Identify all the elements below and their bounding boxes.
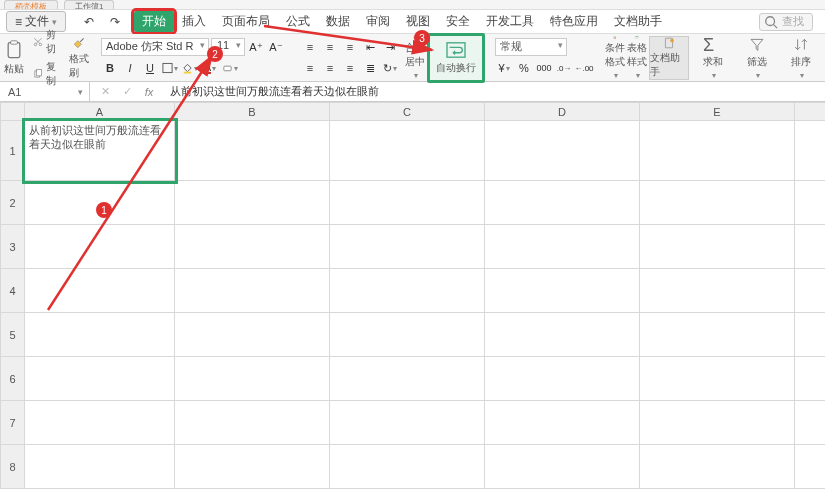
row-header[interactable]: 8 bbox=[1, 445, 25, 489]
col-header[interactable]: F bbox=[795, 103, 826, 121]
cell[interactable] bbox=[330, 357, 485, 401]
decrease-decimal-button[interactable]: .0→ bbox=[555, 59, 573, 77]
indent-decrease-button[interactable]: ⇤ bbox=[361, 38, 379, 56]
confirm-edit-button[interactable]: ✓ bbox=[118, 83, 136, 101]
undo-button[interactable]: ↶ bbox=[76, 13, 102, 31]
italic-button[interactable]: I bbox=[121, 59, 139, 77]
row-header[interactable]: 3 bbox=[1, 225, 25, 269]
indent-increase-button[interactable]: ⇥ bbox=[381, 38, 399, 56]
increase-decimal-button[interactable]: ←.00 bbox=[575, 59, 593, 77]
cell[interactable] bbox=[795, 121, 826, 181]
cell[interactable] bbox=[795, 181, 826, 225]
sum-button[interactable]: Σ 求和 bbox=[693, 36, 733, 80]
fill-color-button[interactable] bbox=[181, 59, 199, 77]
col-header[interactable]: E bbox=[640, 103, 795, 121]
row-header[interactable]: 7 bbox=[1, 401, 25, 445]
cell[interactable] bbox=[175, 357, 330, 401]
paste-button[interactable]: 粘贴 bbox=[4, 36, 24, 80]
cell[interactable] bbox=[795, 313, 826, 357]
cell[interactable] bbox=[795, 401, 826, 445]
number-format-select[interactable]: 常规 bbox=[495, 38, 567, 56]
cell[interactable] bbox=[175, 313, 330, 357]
cell[interactable] bbox=[175, 269, 330, 313]
doc-helper-button[interactable]: 文档助手 bbox=[649, 36, 689, 80]
cell[interactable] bbox=[485, 401, 640, 445]
percent-button[interactable]: % bbox=[515, 59, 533, 77]
cell[interactable] bbox=[795, 269, 826, 313]
cell[interactable] bbox=[175, 401, 330, 445]
menu-home[interactable]: 开始 bbox=[134, 11, 174, 32]
cell[interactable] bbox=[330, 181, 485, 225]
table-styles-button[interactable]: 表格样式 bbox=[627, 36, 647, 80]
menu-insert[interactable]: 插入 bbox=[174, 11, 214, 32]
menu-formulas[interactable]: 公式 bbox=[278, 11, 318, 32]
align-top-button[interactable]: ≡ bbox=[301, 38, 319, 56]
cell[interactable] bbox=[330, 313, 485, 357]
row-header[interactable]: 4 bbox=[1, 269, 25, 313]
bold-button[interactable]: B bbox=[101, 59, 119, 77]
cell[interactable] bbox=[640, 269, 795, 313]
align-middle-button[interactable]: ≡ bbox=[321, 38, 339, 56]
menu-special[interactable]: 特色应用 bbox=[542, 11, 606, 32]
menu-data[interactable]: 数据 bbox=[318, 11, 358, 32]
doc-tab[interactable]: 工作簿1 bbox=[64, 0, 114, 9]
align-left-button[interactable]: ≡ bbox=[301, 59, 319, 77]
align-justify-button[interactable]: ≣ bbox=[361, 59, 379, 77]
cell[interactable] bbox=[485, 357, 640, 401]
cell[interactable] bbox=[330, 225, 485, 269]
cell[interactable] bbox=[485, 269, 640, 313]
name-box[interactable]: A1 bbox=[0, 82, 90, 101]
cell[interactable] bbox=[485, 121, 640, 181]
menu-page-layout[interactable]: 页面布局 bbox=[214, 11, 278, 32]
font-shrink-button[interactable]: A⁻ bbox=[267, 38, 285, 56]
cell[interactable] bbox=[485, 445, 640, 489]
border-button[interactable] bbox=[161, 59, 179, 77]
cell-a1[interactable]: 从前初识这世间万般流连看着天边似在眼前 bbox=[25, 121, 175, 181]
thousands-button[interactable]: 000 bbox=[535, 59, 553, 77]
font-grow-button[interactable]: A⁺ bbox=[247, 38, 265, 56]
row-header[interactable]: 6 bbox=[1, 357, 25, 401]
cell[interactable] bbox=[25, 269, 175, 313]
cell[interactable] bbox=[330, 269, 485, 313]
align-bottom-button[interactable]: ≡ bbox=[341, 38, 359, 56]
col-header[interactable]: B bbox=[175, 103, 330, 121]
wrap-text-button[interactable]: 自动换行 bbox=[434, 38, 478, 78]
cell[interactable] bbox=[640, 445, 795, 489]
cell[interactable] bbox=[25, 313, 175, 357]
cell[interactable] bbox=[640, 181, 795, 225]
cell[interactable] bbox=[25, 357, 175, 401]
cell[interactable] bbox=[175, 445, 330, 489]
cell[interactable] bbox=[795, 357, 826, 401]
underline-button[interactable]: U bbox=[141, 59, 159, 77]
formula-input[interactable]: 从前初识这世间万般流连看着天边似在眼前 bbox=[164, 84, 825, 99]
cell[interactable] bbox=[175, 121, 330, 181]
row-header[interactable]: 5 bbox=[1, 313, 25, 357]
currency-button[interactable]: ¥ bbox=[495, 59, 513, 77]
doc-tab[interactable]: 稻壳模板 bbox=[4, 0, 58, 9]
cell[interactable] bbox=[330, 121, 485, 181]
cell[interactable] bbox=[640, 225, 795, 269]
conditional-format-button[interactable]: 条件格式 bbox=[605, 36, 625, 80]
align-center-button[interactable]: ≡ bbox=[321, 59, 339, 77]
cancel-edit-button[interactable]: ✕ bbox=[96, 83, 114, 101]
cell[interactable] bbox=[485, 181, 640, 225]
cell[interactable] bbox=[25, 225, 175, 269]
row-header[interactable]: 1 bbox=[1, 121, 25, 181]
search-pill[interactable]: 查找 bbox=[759, 13, 813, 31]
sort-button[interactable]: 排序 bbox=[781, 36, 821, 80]
menu-security[interactable]: 安全 bbox=[438, 11, 478, 32]
cell[interactable] bbox=[640, 401, 795, 445]
cell[interactable] bbox=[485, 225, 640, 269]
cell[interactable] bbox=[330, 445, 485, 489]
cell[interactable] bbox=[640, 313, 795, 357]
redo-button[interactable]: ↷ bbox=[102, 13, 128, 31]
cell[interactable] bbox=[485, 313, 640, 357]
col-header[interactable]: C bbox=[330, 103, 485, 121]
cell[interactable] bbox=[640, 121, 795, 181]
cell[interactable] bbox=[175, 225, 330, 269]
align-right-button[interactable]: ≡ bbox=[341, 59, 359, 77]
menu-dev-tools[interactable]: 开发工具 bbox=[478, 11, 542, 32]
orientation-button[interactable]: ↻ bbox=[381, 59, 399, 77]
select-all-corner[interactable] bbox=[1, 103, 25, 121]
clear-format-button[interactable] bbox=[221, 59, 239, 77]
